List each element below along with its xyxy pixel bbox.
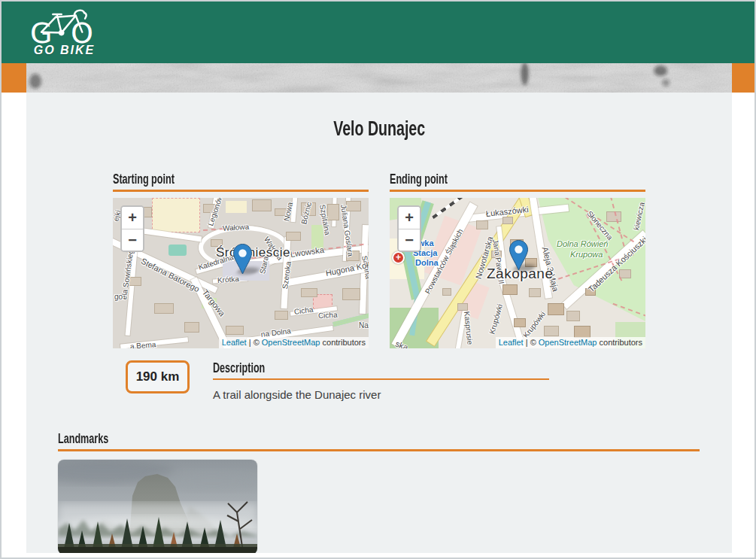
app-header: GO GO BIKE <box>2 2 754 63</box>
ending-point-section: Ending point <box>390 172 645 348</box>
description-heading: Description <box>213 360 265 376</box>
landmark-photo <box>58 460 257 553</box>
first-aid-icon: + <box>392 251 405 264</box>
description-text: A trail alongside the Dunajec river <box>213 388 549 401</box>
map-building <box>275 311 288 320</box>
section-underline <box>113 190 369 192</box>
map-building <box>252 199 272 211</box>
street-label: Legionów <box>207 198 224 227</box>
landmarks-heading: Landmarks <box>58 431 108 447</box>
section-underline <box>213 378 549 380</box>
details-row: 190 km Description A trail alongside the… <box>26 360 732 401</box>
leaflet-link[interactable]: Leaflet <box>222 338 247 347</box>
map-area <box>169 245 187 256</box>
map-building <box>457 303 468 311</box>
page: GO GO BIKE <box>0 0 756 559</box>
landmarks-section: Landmarks <box>58 431 700 553</box>
street-label: Cicha <box>293 305 314 315</box>
attribution-separator: | © <box>247 338 262 347</box>
zoom-control: + − <box>120 205 144 252</box>
openstreetmap-link[interactable]: OpenStreetMap <box>539 338 597 347</box>
place-label: Śródmieście <box>216 245 290 260</box>
map-building <box>442 288 451 296</box>
street-label: Krupówki <box>488 303 504 335</box>
leaflet-link[interactable]: Leaflet <box>499 338 524 347</box>
starting-point-section: Starting point <box>113 172 369 348</box>
starting-point-map[interactable]: Wałowa Wałowa Legionów Nowa Bóżnic Szpit… <box>113 198 369 348</box>
map-marker-icon <box>509 240 528 271</box>
zoom-in-button[interactable]: + <box>122 207 143 229</box>
ending-point-heading: Ending point <box>390 172 448 187</box>
map-building <box>544 326 559 336</box>
maps-row: Starting point <box>26 172 732 348</box>
brand-text: GO BIKE <box>34 44 96 57</box>
map-building <box>286 232 301 241</box>
section-underline <box>390 190 645 192</box>
zoom-in-button[interactable]: + <box>399 207 420 229</box>
map-area <box>152 198 200 232</box>
map-building <box>574 326 591 338</box>
map-building <box>154 303 174 314</box>
attribution-suffix: contributors <box>597 338 642 347</box>
map-building <box>226 326 244 335</box>
map-building <box>301 288 317 297</box>
starting-point-heading: Starting point <box>113 172 175 187</box>
map-building <box>502 217 513 224</box>
banner <box>2 63 754 93</box>
banner-texture <box>26 63 732 93</box>
map-area <box>226 201 247 213</box>
zoom-control: + − <box>397 205 421 252</box>
description-section: Description A trail alongside the Dunaje… <box>213 360 549 401</box>
street-label: Cicha <box>318 311 338 320</box>
map-building <box>476 220 488 229</box>
section-underline <box>58 449 700 451</box>
map-building <box>529 288 541 297</box>
street-label: Krótka <box>217 275 240 284</box>
street-label: Nadb <box>359 322 369 330</box>
map-building <box>184 322 199 333</box>
gobike-logo[interactable]: GO GO BIKE <box>29 8 100 57</box>
attribution-suffix: contributors <box>320 338 366 347</box>
map-attribution: Leaflet | © OpenStreetMap contributors <box>219 337 369 348</box>
attribution-separator: | © <box>524 338 539 347</box>
station-label: Dolna <box>415 259 439 267</box>
street-label: a Bema <box>130 341 156 348</box>
map-building <box>327 204 339 220</box>
park-label: Krupowa <box>570 251 603 259</box>
zoom-out-button[interactable]: − <box>399 229 420 251</box>
map-building <box>514 318 526 327</box>
zoom-out-button[interactable]: − <box>122 229 143 251</box>
banner-accent-right <box>732 63 754 93</box>
map-building <box>566 311 580 321</box>
map-building <box>502 284 518 295</box>
main-content: Velo Dunajec Starting point <box>26 93 732 553</box>
page-title: Velo Dunajec <box>333 117 425 141</box>
distance-badge: 190 km <box>126 360 190 393</box>
map-building <box>548 303 564 315</box>
map-attribution: Leaflet | © OpenStreetMap contributors <box>496 337 645 348</box>
map-building <box>342 288 360 300</box>
bike-logo-icon: GO <box>29 8 100 46</box>
park-label: Dolna Rówień <box>557 240 608 248</box>
banner-accent-left <box>2 63 26 93</box>
street-label: go <box>114 293 123 301</box>
map-marker-icon <box>233 244 252 275</box>
openstreetmap-link[interactable]: OpenStreetMap <box>262 338 320 347</box>
ending-point-map[interactable]: Łukaszówki Nowotarska Powstańców Śląskic… <box>390 198 645 348</box>
